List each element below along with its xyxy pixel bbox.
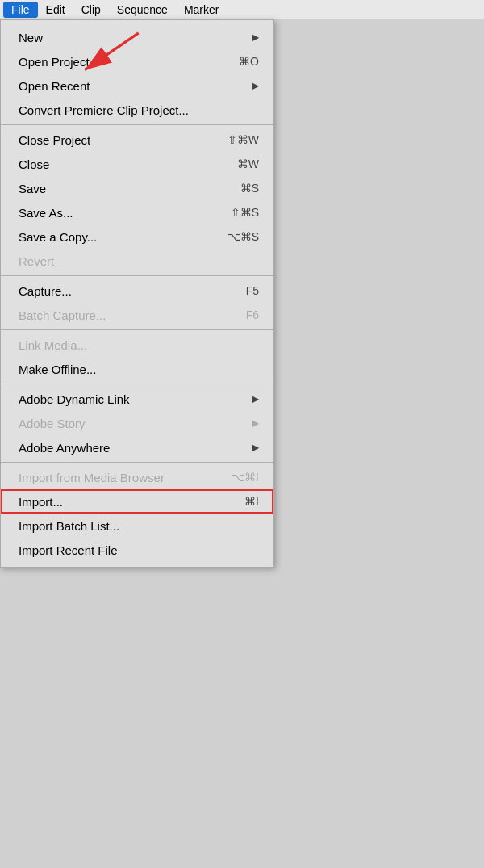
menu-item-save[interactable]: Save ⌘S bbox=[1, 176, 273, 200]
submenu-arrow-new: ▶ bbox=[252, 31, 259, 43]
menu-edit[interactable]: Edit bbox=[38, 2, 73, 18]
separator-2 bbox=[1, 275, 273, 276]
menu-bar: File Edit Clip Sequence Marker bbox=[0, 0, 484, 19]
menu-item-make-offline[interactable]: Make Offline... bbox=[1, 357, 273, 381]
separator-3 bbox=[1, 329, 273, 330]
menu-clip[interactable]: Clip bbox=[73, 2, 109, 18]
menu-marker[interactable]: Marker bbox=[176, 2, 227, 18]
menu-item-capture[interactable]: Capture... F5 bbox=[1, 279, 273, 303]
menu-sequence[interactable]: Sequence bbox=[109, 2, 176, 18]
submenu-arrow-open-recent: ▶ bbox=[252, 80, 259, 91]
menu-file[interactable]: File bbox=[3, 2, 38, 18]
menu-item-close-project[interactable]: Close Project ⇧⌘W bbox=[1, 128, 273, 152]
menu-item-convert[interactable]: Convert Premiere Clip Project... bbox=[1, 98, 273, 122]
menu-item-save-as[interactable]: Save As... ⇧⌘S bbox=[1, 200, 273, 224]
submenu-arrow-story: ▶ bbox=[252, 417, 259, 429]
submenu-arrow-dynamic-link: ▶ bbox=[252, 393, 259, 405]
menu-item-save-copy[interactable]: Save a Copy... ⌥⌘S bbox=[1, 224, 273, 249]
menu-item-import-media-browser[interactable]: Import from Media Browser ⌥⌘I bbox=[1, 465, 273, 489]
file-menu-dropdown: New ▶ Open Project... ⌘O Open Recent ▶ C… bbox=[0, 19, 274, 568]
menu-item-import-recent-file[interactable]: Import Recent File bbox=[1, 538, 273, 562]
menu-item-new[interactable]: New ▶ bbox=[1, 25, 273, 49]
separator-4 bbox=[1, 384, 273, 384]
menu-item-adobe-story[interactable]: Adobe Story ▶ bbox=[1, 411, 273, 435]
menu-item-adobe-anywhere[interactable]: Adobe Anywhere ▶ bbox=[1, 435, 273, 459]
menu-item-import[interactable]: Import... ⌘I bbox=[1, 489, 273, 514]
menu-item-open-project[interactable]: Open Project... ⌘O bbox=[1, 49, 273, 73]
menu-item-import-batch-list[interactable]: Import Batch List... bbox=[1, 514, 273, 538]
menu-item-close[interactable]: Close ⌘W bbox=[1, 152, 273, 176]
separator-1 bbox=[1, 124, 273, 125]
menu-item-adobe-dynamic-link[interactable]: Adobe Dynamic Link ▶ bbox=[1, 387, 273, 411]
menu-item-open-recent[interactable]: Open Recent ▶ bbox=[1, 73, 273, 98]
menu-item-revert[interactable]: Revert bbox=[1, 249, 273, 273]
separator-5 bbox=[1, 462, 273, 463]
menu-item-link-media[interactable]: Link Media... bbox=[1, 333, 273, 357]
menu-item-batch-capture[interactable]: Batch Capture... F6 bbox=[1, 303, 273, 327]
submenu-arrow-anywhere: ▶ bbox=[252, 442, 259, 453]
